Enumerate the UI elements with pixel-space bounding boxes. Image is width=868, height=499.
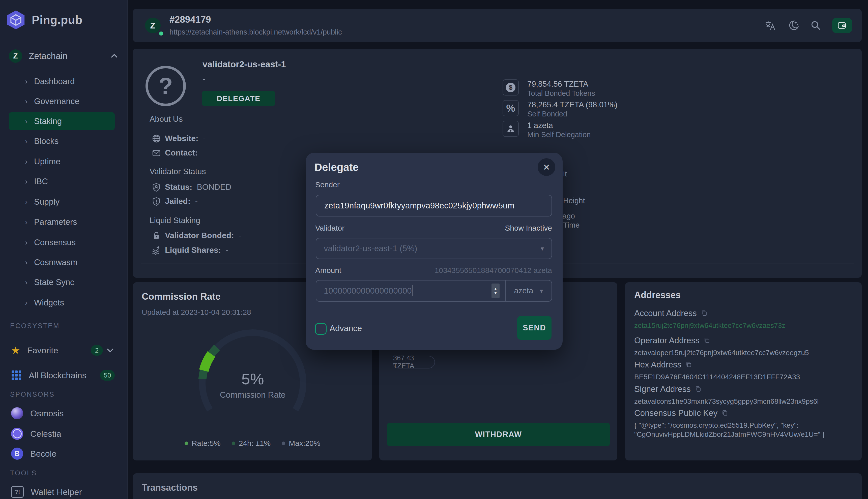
chevron-right-icon: [25, 278, 34, 287]
globe-icon: [151, 134, 162, 143]
validator-label: Validator: [315, 224, 344, 232]
number-spinner[interactable]: ▲▼: [491, 283, 500, 298]
copy-icon[interactable]: [695, 386, 701, 392]
addresses-title: Addresses: [634, 290, 681, 301]
close-icon[interactable]: [538, 158, 555, 176]
commission-title: Commission Rate: [142, 291, 221, 302]
sidebar-item-ibc[interactable]: IBC: [9, 172, 115, 191]
commission-updated: Updated at 2023-10-04 20:31:28: [142, 308, 251, 317]
waves-icon: [151, 245, 162, 255]
status-value: BONDED: [197, 182, 231, 192]
account-address-value[interactable]: zeta15ruj2tc76pnj9xtw64utktee7cc7w6vzaes…: [634, 321, 856, 330]
endpoint-header-card: #2894179 https://zetachain-athens.blockp…: [133, 9, 862, 42]
copy-icon[interactable]: [722, 410, 728, 416]
advance-checkbox[interactable]: [315, 323, 326, 335]
sender-label: Sender: [315, 181, 340, 189]
legend-dot-24h: [232, 441, 235, 445]
transactions-card: Transactions: [133, 473, 862, 499]
mail-icon: [151, 148, 162, 158]
chevron-right-icon: [25, 157, 34, 166]
copy-icon[interactable]: [701, 310, 708, 317]
copy-icon[interactable]: [686, 361, 692, 368]
celestia-icon: [11, 428, 23, 440]
send-button[interactable]: SEND: [517, 316, 551, 340]
sidebar-item-uptime[interactable]: Uptime: [9, 153, 115, 171]
occluded-text-fragment: ago: [562, 212, 575, 220]
available-balance: 10343556501884700070412 azeta: [435, 266, 552, 275]
sidebar-item-osmosis[interactable]: Osmosis: [0, 404, 127, 423]
sidebar-item-parameters[interactable]: Parameters: [9, 213, 115, 231]
sidebar-item-governance[interactable]: Governance: [9, 92, 115, 110]
sidebar-item-dashboard[interactable]: Dashboard: [9, 72, 115, 90]
sidebar-item-becole[interactable]: Becole: [0, 444, 127, 463]
hex-address-value: BE5F1D9A76F4604C1114404248EF13D1FFF72A33: [634, 373, 856, 381]
commission-rate-value: 5%: [197, 370, 308, 388]
sidebar-item-state-sync[interactable]: State Sync: [9, 273, 115, 291]
signer-address-block: Signer Address zetavalcons1he03mxnk73syc…: [634, 384, 856, 406]
sidebar-item-widgets[interactable]: Widgets: [9, 294, 115, 312]
sidebar-item-wallet-helper[interactable]: Wallet Helper: [0, 482, 127, 499]
section-tools: TOOLS: [10, 469, 37, 477]
sender-input[interactable]: [324, 200, 544, 211]
page: { "app": {"brand": "Ping.pub"}, "sidebar…: [0, 0, 868, 499]
zetachain-icon: [9, 49, 22, 63]
endpoint-url: https://zetachain-athens.blockpi.network…: [169, 28, 342, 36]
text-cursor: [413, 285, 413, 296]
jailed-row: Jailed: -: [151, 197, 198, 206]
delegator-person-icon: [503, 121, 519, 137]
copy-icon[interactable]: [704, 337, 710, 344]
sidebar-chain-zetachain[interactable]: Zetachain: [9, 49, 119, 63]
denom-select[interactable]: azeta: [506, 286, 551, 295]
sidebar-item-cosmwasm[interactable]: Cosmwasm: [9, 253, 115, 271]
rewards-amount-badge: 367.43 TZETA: [393, 356, 435, 368]
percent-icon: [503, 100, 519, 116]
brand[interactable]: Ping.pub: [5, 10, 82, 30]
validator-bonded-row: Validator Bonded: -: [151, 231, 241, 240]
operator-address-value: zetavaloper15ruj2tc76pnj9xtw64utktee7cc7…: [634, 348, 856, 357]
wallet-button[interactable]: [832, 18, 852, 33]
legend-dot-max: [282, 441, 285, 445]
consensus-pubkey-value: { "@type": "/cosmos.crypto.ed25519.PubKe…: [634, 421, 856, 439]
amount-input[interactable]: 1000000000000000000 ▲▼: [316, 283, 505, 298]
sidebar: Ping.pub Zetachain Dashboard Governance …: [0, 0, 128, 499]
favorite-count-badge: 2: [91, 345, 103, 356]
chevron-down-icon: [106, 347, 115, 353]
stat-total-bonded: 79,854.56 TZETATotal Bonded Tokens: [503, 80, 595, 98]
occluded-text-fragment: Height: [563, 196, 585, 205]
sidebar-item-all-blockchains[interactable]: All Blockchains 50: [0, 366, 127, 385]
addresses-card: Addresses Account Address zeta15ruj2tc76…: [625, 282, 862, 460]
sidebar-item-celestia[interactable]: Celestia: [0, 424, 127, 443]
translate-icon[interactable]: [764, 20, 776, 32]
chevron-up-icon: [110, 53, 119, 59]
validator-select-value: validator2-us-east-1 (5%): [324, 244, 417, 253]
dollar-coin-icon: [503, 80, 519, 96]
grid-icon: [11, 370, 22, 380]
chevron-down-icon: [540, 287, 543, 295]
sidebar-item-consensus[interactable]: Consensus: [9, 233, 115, 252]
lock-icon: [151, 231, 162, 240]
sender-field[interactable]: [316, 195, 552, 217]
becole-icon: [11, 448, 23, 460]
online-status-dot: [158, 31, 164, 36]
delegate-modal: Delegate Sender Validator Show Inactive …: [306, 153, 563, 350]
dark-mode-moon-icon[interactable]: [787, 19, 799, 32]
sidebar-item-blocks[interactable]: Blocks: [9, 132, 115, 150]
chevron-right-icon: [25, 77, 34, 86]
block-height: #2894179: [169, 14, 211, 25]
hex-address-block: Hex Address BE5F1D9A76F4604C1114404248EF…: [634, 360, 856, 381]
withdraw-button[interactable]: WITHDRAW: [387, 423, 610, 446]
commission-legend: Rate:5% 24h: ±1% Max:20%: [133, 439, 372, 448]
delegate-button[interactable]: DELEGATE: [202, 91, 275, 106]
sidebar-item-favorite[interactable]: Favorite 2: [0, 341, 127, 360]
sidebar-item-staking[interactable]: Staking: [9, 112, 115, 130]
search-icon[interactable]: [810, 20, 822, 31]
chevron-right-icon: [25, 117, 34, 125]
consensus-pubkey-block: Consensus Public Key { "@type": "/cosmos…: [634, 408, 856, 439]
operator-address-block: Operator Address zetavaloper15ruj2tc76pn…: [634, 336, 856, 357]
show-inactive-toggle[interactable]: Show Inactive: [505, 224, 552, 232]
sidebar-item-supply[interactable]: Supply: [9, 193, 115, 211]
section-ecosystem: ECOSYSTEM: [10, 322, 60, 330]
status-title: Validator Status: [150, 167, 206, 176]
chevron-right-icon: [25, 198, 34, 206]
validator-select[interactable]: validator2-us-east-1 (5%): [316, 238, 552, 259]
